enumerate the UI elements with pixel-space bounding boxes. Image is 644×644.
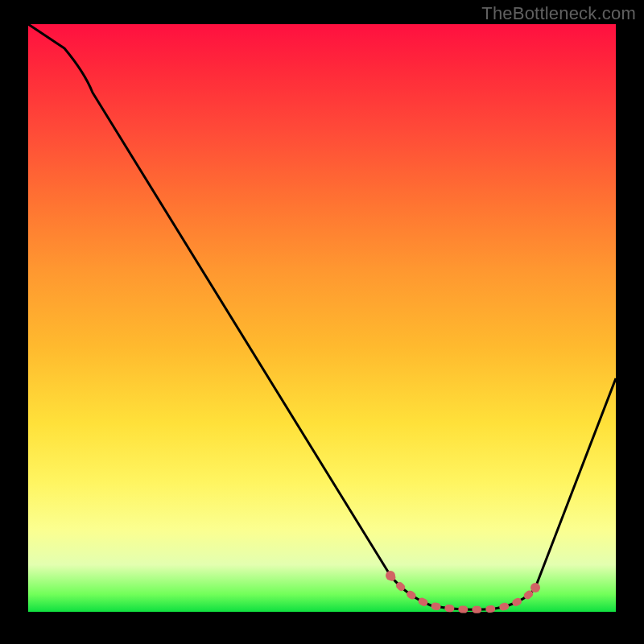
chart-svg [28,24,616,612]
marker-range [390,576,535,609]
plot-area [28,24,616,612]
watermark-text: TheBottleneck.com [481,3,636,24]
marker-dot-left [386,571,395,580]
bottleneck-curve [28,24,616,609]
chart-frame: TheBottleneck.com [0,0,644,644]
marker-dot-right [530,583,540,592]
